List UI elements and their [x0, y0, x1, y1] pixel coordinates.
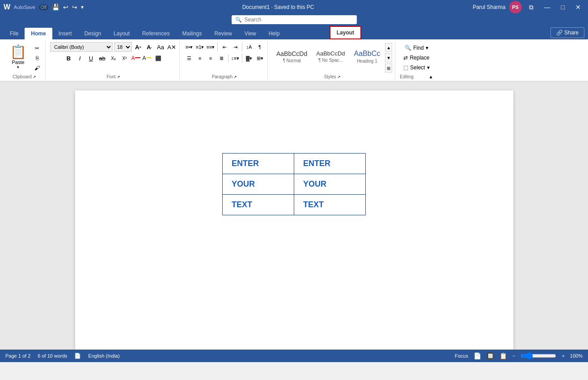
paste-button[interactable]: 📋 Paste ▾	[6, 42, 30, 73]
tab-layout-highlighted[interactable]: Layout	[330, 26, 361, 39]
tab-view[interactable]: View	[238, 28, 262, 39]
increase-indent-button[interactable]: ⇥	[230, 42, 240, 52]
select-label: Select	[410, 64, 425, 71]
table-cell-1-0[interactable]: YOUR	[223, 174, 294, 195]
minimize-button[interactable]: —	[541, 2, 554, 13]
format-painter-button[interactable]: 🖌	[32, 64, 42, 73]
table-row: YOUR YOUR	[223, 174, 366, 195]
cut-button[interactable]: ✂	[32, 44, 42, 53]
maximize-button[interactable]: □	[558, 2, 568, 13]
decrease-indent-button[interactable]: ⇤	[220, 42, 229, 52]
table-cell-2-0[interactable]: TEXT	[223, 195, 294, 215]
proofing-icon[interactable]: 📄	[74, 353, 81, 359]
language[interactable]: English (India)	[88, 353, 119, 359]
font-shrink-button[interactable]: A-	[144, 42, 154, 52]
save-button[interactable]: 💾	[52, 4, 59, 11]
style-heading1[interactable]: AaBbCc Heading 1	[350, 42, 385, 71]
font-name-select[interactable]: Calibri (Body)	[50, 42, 113, 52]
tab-home[interactable]: Home	[25, 28, 52, 39]
table-cell-1-1[interactable]: YOUR	[294, 174, 366, 195]
select-button[interactable]: ⬚ Select ▾	[402, 64, 431, 72]
tab-layout[interactable]: Layout	[107, 28, 136, 39]
styles-more[interactable]: ⊞	[385, 64, 392, 73]
toggle-state: Off	[41, 5, 47, 10]
shading-button[interactable]: ▓▾	[244, 53, 254, 63]
zoom-slider[interactable]	[520, 352, 556, 359]
tab-file[interactable]: File	[4, 28, 25, 39]
find-icon: 🔍	[405, 45, 411, 51]
select-dropdown[interactable]: ▾	[427, 64, 430, 71]
focus-label[interactable]: Focus	[455, 353, 468, 359]
view-read-button[interactable]: 📋	[499, 352, 507, 359]
redo-button[interactable]: ↪	[72, 4, 77, 11]
window-mode-button[interactable]: ⧉	[525, 2, 537, 13]
font-row2: B I U ab X₂ X² A A ⬛	[64, 53, 163, 63]
align-left-button[interactable]: ☰	[184, 53, 194, 63]
zoom-plus-button[interactable]: +	[562, 353, 564, 359]
style-nospace[interactable]: AaBbCcDd ¶ No Spac...	[312, 42, 349, 71]
replace-button[interactable]: ⇄ Replace	[402, 54, 431, 62]
undo-button[interactable]: ↩	[63, 4, 68, 11]
paragraph-group-content: ≡•▾ ≡1▾ ≡≡▾ ⇤ ⇥ ↕A ¶ ☰ ≡ ≡ ≣ ↕≡▾ ▓▾ ⊞▾	[184, 42, 265, 73]
autosave-toggle[interactable]: Off	[39, 4, 48, 10]
justify-button[interactable]: ≣	[216, 53, 226, 63]
find-dropdown[interactable]: ▾	[426, 45, 428, 51]
font-size-select[interactable]: 18	[114, 42, 132, 52]
search-input[interactable]	[245, 17, 353, 23]
document-table[interactable]: ENTER ENTER YOUR YOUR TEXT TEXT	[222, 153, 366, 215]
close-button[interactable]: ✕	[572, 2, 584, 13]
zoom-minus-button[interactable]: −	[512, 353, 515, 359]
tab-mailings[interactable]: Mailings	[176, 28, 208, 39]
tab-review[interactable]: Review	[208, 28, 238, 39]
align-center-button[interactable]: ≡	[195, 53, 205, 63]
separator1	[217, 43, 218, 51]
tab-design[interactable]: Design	[78, 28, 107, 39]
show-hide-button[interactable]: ¶	[255, 42, 265, 52]
font-color-button[interactable]: A	[131, 53, 141, 63]
paste-dropdown-icon[interactable]: ▾	[17, 65, 19, 69]
clipboard-dialog-launcher[interactable]: ↗	[33, 75, 36, 79]
highlight-button[interactable]: A	[142, 53, 152, 63]
align-right-button[interactable]: ≡	[206, 53, 216, 63]
superscript-button[interactable]: X²	[120, 53, 130, 63]
ribbon-collapse-button[interactable]: ▲	[429, 74, 433, 79]
paragraph-dialog-launcher[interactable]: ↗	[233, 75, 237, 79]
font-dialog-launcher[interactable]: ↗	[117, 75, 120, 79]
styles-scroll-up[interactable]: ▲	[385, 43, 392, 52]
change-case-button[interactable]: Aa	[156, 42, 165, 52]
borders-button[interactable]: ⊞▾	[255, 53, 265, 63]
share-button[interactable]: 🔗 Share	[550, 27, 584, 38]
clear-formatting-button[interactable]: A✕	[167, 42, 177, 52]
style-normal[interactable]: AaBbCcDd ¶ Normal	[272, 42, 311, 71]
strikethrough-button[interactable]: ab	[97, 53, 107, 63]
view-web-button[interactable]: 🔲	[486, 352, 494, 359]
style-nospace-preview: AaBbCcDd	[316, 50, 345, 57]
italic-button[interactable]: I	[75, 53, 85, 63]
table-cell-2-1[interactable]: TEXT	[294, 195, 366, 215]
line-spacing-button[interactable]: ↕≡▾	[230, 53, 240, 63]
word-count: 6 of 10 words	[38, 353, 67, 359]
find-button[interactable]: 🔍 Find ▾	[403, 44, 430, 52]
multilevel-button[interactable]: ≡≡▾	[206, 42, 216, 52]
subscript-button[interactable]: X₂	[109, 53, 118, 63]
view-print-button[interactable]: 📄	[474, 352, 481, 359]
styles-dialog-launcher[interactable]: ↗	[337, 75, 341, 79]
tab-help[interactable]: Help	[262, 28, 286, 39]
sort-button[interactable]: ↕A	[244, 42, 254, 52]
tab-table-design[interactable]: Table Design	[286, 28, 329, 39]
tab-references[interactable]: References	[136, 28, 176, 39]
font-grow-button[interactable]: A+	[133, 42, 143, 52]
numbering-button[interactable]: ≡1▾	[195, 42, 205, 52]
tab-insert[interactable]: Insert	[52, 28, 78, 39]
copy-button[interactable]: ⎘	[32, 54, 42, 63]
styles-scroll-down[interactable]: ▼	[385, 53, 392, 62]
separator2	[242, 43, 242, 51]
bold-button[interactable]: B	[64, 53, 74, 63]
table-cell-0-0[interactable]: ENTER	[223, 154, 294, 174]
zoom-percent[interactable]: 100%	[570, 353, 583, 359]
underline-button[interactable]: U	[86, 53, 96, 63]
user-avatar[interactable]: PS	[509, 1, 522, 13]
bullets-button[interactable]: ≡•▾	[184, 42, 194, 52]
text-highlight-button[interactable]: ⬛	[153, 53, 163, 63]
table-cell-0-1[interactable]: ENTER	[294, 154, 366, 174]
